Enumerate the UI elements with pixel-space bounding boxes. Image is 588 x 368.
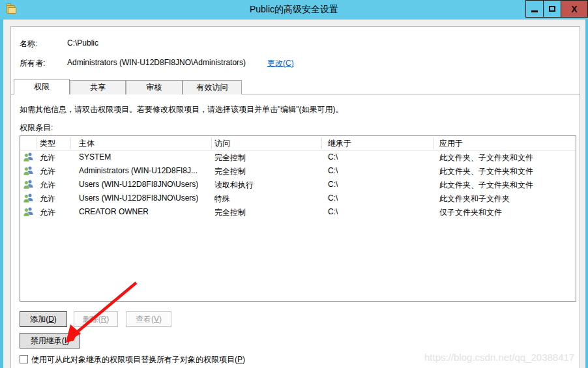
maximize-button[interactable]: [543, 0, 561, 18]
column-header-inherited-from[interactable]: 继承于: [328, 138, 351, 149]
add-button[interactable]: 添加(D): [20, 311, 67, 327]
name-label: 名称:: [20, 38, 37, 50]
title-bar[interactable]: Public的高级安全设置 X: [0, 0, 588, 20]
name-value: C:\Public: [67, 38, 98, 48]
window-frame-left: [0, 0, 3, 368]
users-icon: [23, 206, 35, 217]
window-title: Public的高级安全设置: [0, 4, 588, 16]
close-button[interactable]: X: [561, 0, 588, 18]
change-owner-link[interactable]: 更改(C): [267, 58, 294, 69]
view-button: 查看(V): [126, 311, 171, 327]
tab-effective-access[interactable]: 有效访问: [183, 80, 242, 94]
permission-entries-list[interactable]: 类型 主体 访问 继承于 应用于 允许 SYSTEM 完全控制 C:\ 此文件夹…: [20, 135, 576, 302]
column-header-access[interactable]: 访问: [214, 138, 230, 149]
column-header-principal[interactable]: 主体: [79, 138, 95, 149]
minimize-icon: [531, 10, 538, 12]
table-row[interactable]: 允许 CREATOR OWNER 完全控制 C:\ 仅子文件夹和文件: [20, 205, 576, 219]
remove-button: 删除(R): [74, 311, 118, 327]
permission-entries-label: 权限条目:: [20, 122, 53, 134]
window-frame-right: [585, 0, 588, 368]
users-icon: [23, 179, 35, 190]
users-icon: [23, 193, 35, 203]
advanced-security-settings-window: Public的高级安全设置 X 名称: C:\Public 所有者: Admin…: [0, 0, 588, 368]
tab-share[interactable]: 共享: [70, 80, 126, 94]
owner-value: Administrators (WIN-U12D8FI8JNO\Administ…: [67, 58, 246, 67]
tab-permissions[interactable]: 权限: [14, 79, 70, 94]
replace-child-permissions-label[interactable]: 使用可从此对象继承的权限项目替换所有子对象的权限项目(P): [31, 354, 245, 365]
owner-label: 所有者:: [20, 58, 45, 69]
column-header-applies-to[interactable]: 应用于: [439, 138, 463, 149]
table-row[interactable]: 允许 SYSTEM 完全控制 C:\ 此文件夹、子文件夹和文件: [20, 150, 576, 164]
tab-auditing[interactable]: 审核: [126, 80, 183, 94]
column-header-type[interactable]: 类型: [40, 138, 55, 149]
instruction-text: 如需其他信息，请双击权限项目。若要修改权限项目，请选择该项目并单击"编辑"(如果…: [20, 104, 344, 115]
replace-child-permissions-checkbox[interactable]: [20, 355, 28, 363]
table-header-row: 类型 主体 访问 继承于 应用于: [20, 136, 576, 150]
table-row[interactable]: 允许 Users (WIN-U12D8FI8JNO\Users) 读取和执行 C…: [20, 178, 576, 191]
disable-inheritance-button[interactable]: 禁用继承(I): [20, 333, 80, 348]
users-icon: [23, 165, 35, 176]
table-row[interactable]: 允许 Administrators (WIN-U12D8FI8J... 完全控制…: [20, 164, 576, 178]
users-icon: [23, 152, 35, 162]
maximize-icon: [549, 6, 555, 12]
minimize-button[interactable]: [525, 0, 544, 18]
table-row[interactable]: 允许 Users (WIN-U12D8FI8JNO\Users) 特殊 C:\ …: [20, 191, 576, 205]
close-icon: X: [571, 5, 577, 14]
